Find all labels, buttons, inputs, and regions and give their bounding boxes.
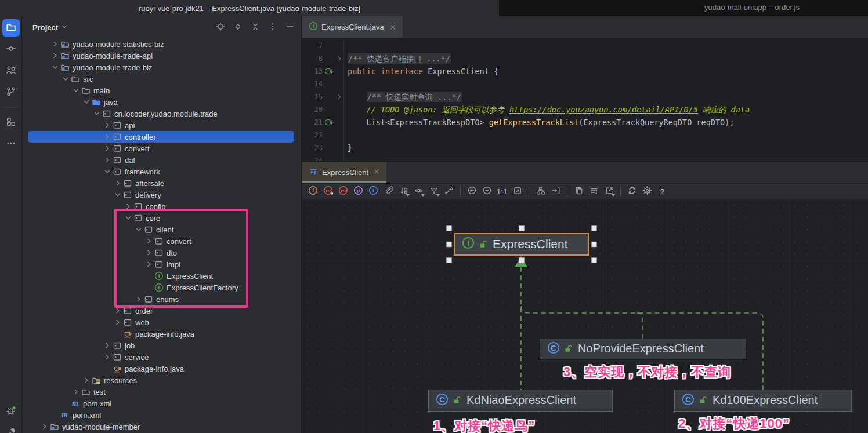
chevron-down-icon[interactable] <box>113 190 122 199</box>
activity-bar-project[interactable] <box>2 19 20 37</box>
activity-bar-problems[interactable] <box>2 402 20 420</box>
tree-item-test[interactable]: test <box>28 386 294 398</box>
tree-item-delivery[interactable]: delivery <box>28 189 294 201</box>
activity-bar-version-control[interactable] <box>2 83 20 101</box>
project-action-collapse-all[interactable] <box>249 21 262 34</box>
diagram-toolbar-filter[interactable] <box>426 184 441 198</box>
activity-bar-pull-requests[interactable]: ? <box>2 62 20 79</box>
chevron-right-icon[interactable] <box>50 39 60 49</box>
chevron-right-icon[interactable] <box>133 294 143 304</box>
activity-bar-build[interactable] <box>2 424 20 433</box>
tree-item-yudao-module-trade-biz[interactable]: yudao-module-trade-biz <box>28 61 294 73</box>
diagram-toolbar-zoom-in[interactable] <box>465 184 479 198</box>
code-line-23[interactable]: 23} <box>302 141 868 154</box>
tree-item-config[interactable]: config <box>28 201 294 212</box>
code-line-14[interactable]: 14 <box>302 78 868 90</box>
project-action-hide-panel[interactable] <box>284 21 296 34</box>
close-icon[interactable] <box>372 168 381 177</box>
diagram-canvas[interactable]: IExpressClientCNoProvideExpressClientCKd… <box>302 199 868 433</box>
chevron-right-icon[interactable] <box>39 422 49 431</box>
chevron-right-icon[interactable] <box>102 155 112 165</box>
chevron-right-icon[interactable] <box>144 260 154 269</box>
diagram-toolbar-show-dependencies[interactable] <box>381 184 396 198</box>
implementations-gutter-icon[interactable]: I <box>323 116 335 129</box>
diagram-toolbar-change-visibility-level[interactable] <box>411 184 426 198</box>
background-window-titlebar[interactable]: yudao-mall-uniapp – order.js <box>499 0 868 16</box>
chevron-right-icon[interactable] <box>102 121 112 130</box>
tree-item-expressclientfactory[interactable]: IExpressClientFactory <box>28 282 294 293</box>
tree-item-convert[interactable]: convert <box>28 143 294 154</box>
diagram-toolbar-show-methods[interactable]: m <box>336 184 350 198</box>
chevron-down-icon[interactable] <box>92 109 102 118</box>
project-action-locate[interactable] <box>214 21 227 34</box>
tree-item-dal[interactable]: dal <box>28 154 294 166</box>
main-window-titlebar[interactable]: ruoyi-vue-pro-jdk21 – ExpressClient.java… <box>0 0 499 16</box>
chevron-right-icon[interactable] <box>81 376 91 385</box>
tree-item-package-info-java[interactable]: package-info.java <box>28 363 294 374</box>
activity-bar-commit[interactable] <box>2 41 20 58</box>
code-line-8[interactable]: 8/** 快递客户端接口 ...*/ <box>302 52 868 65</box>
fold-arrow-icon[interactable] <box>335 90 344 103</box>
diagram-toolbar-show-fields[interactable]: f <box>306 184 320 198</box>
tree-item-enums[interactable]: enums <box>28 293 294 305</box>
chevron-down-icon[interactable] <box>81 97 91 107</box>
chevron-right-icon[interactable] <box>113 179 122 188</box>
implementations-gutter-icon[interactable]: I <box>323 65 335 78</box>
tree-item-core[interactable]: core <box>28 212 294 224</box>
tree-item-yudao-module-member[interactable]: yudao-module-member <box>28 421 294 432</box>
code-line-15[interactable]: 15 /** 快递实时查询 ...*/ <box>302 90 868 103</box>
diagram-toolbar-apply-layout[interactable] <box>533 184 548 198</box>
tree-item-pom-xml[interactable]: mpom.xml <box>28 409 294 421</box>
diagram-toolbar-export-diagram[interactable] <box>602 184 616 198</box>
diagram-toolbar-edit-labels[interactable] <box>587 184 601 198</box>
diagram-node-expressclient[interactable]: IExpressClient <box>454 233 589 256</box>
chevron-down-icon[interactable] <box>60 74 70 83</box>
chevron-right-icon[interactable] <box>102 132 112 141</box>
diagram-toolbar-zoom-out[interactable] <box>480 184 494 198</box>
tree-item-impl[interactable]: impl <box>28 259 294 270</box>
chevron-right-icon[interactable] <box>102 144 112 153</box>
close-icon[interactable] <box>389 23 397 31</box>
chevron-right-icon[interactable] <box>144 248 154 257</box>
tree-item-package-info-java[interactable]: package-info.java <box>28 328 294 340</box>
diagram-node-noprovideexpressclient[interactable]: CNoProvideExpressClient <box>540 339 746 359</box>
chevron-down-icon[interactable] <box>102 167 112 176</box>
code-line-22[interactable]: 22 <box>302 129 868 141</box>
tree-item-job[interactable]: job <box>28 340 294 351</box>
diagram-toolbar-sort-members[interactable] <box>396 184 411 198</box>
diagram-toolbar-help[interactable]: ? <box>655 184 670 198</box>
tree-item-yudao-module-statistics-biz[interactable]: yudao-module-statistics-biz <box>28 38 294 50</box>
tree-item-src[interactable]: src <box>28 73 294 85</box>
tree-item-api[interactable]: api <box>28 119 294 131</box>
chevron-down-icon[interactable] <box>123 213 133 223</box>
tree-item-java[interactable]: java <box>28 96 294 108</box>
code-line-24[interactable]: 24 <box>302 154 868 161</box>
diagram-toolbar-show-inherited-members[interactable]: m★ <box>321 184 335 198</box>
tree-item-aftersale[interactable]: aftersale <box>28 177 294 189</box>
chevron-right-icon[interactable] <box>113 318 122 327</box>
tree-item-framework[interactable]: framework <box>28 166 294 177</box>
diagram-node-kd100expressclient[interactable]: CKd100ExpressClient <box>674 390 852 412</box>
chevron-right-icon[interactable] <box>71 387 81 396</box>
tree-item-cn-iocoder-yudao-module-trade[interactable]: cn.iocoder.yudao.module.trade <box>28 108 294 119</box>
tree-item-client[interactable]: client <box>28 224 294 235</box>
tree-item-yudao-module-trade-api[interactable]: yudao-module-trade-api <box>28 50 294 61</box>
diagram-toolbar-actual-size[interactable]: 1:1 <box>495 184 509 198</box>
tree-item-main[interactable]: main <box>28 85 294 96</box>
code-line-13[interactable]: 13Ipublic interface ExpressClient { <box>302 65 868 78</box>
tab-diagram-expressclient[interactable]: ExpressClient <box>302 162 386 183</box>
chevron-right-icon[interactable] <box>123 202 133 211</box>
tree-item-dto[interactable]: dto <box>28 247 294 259</box>
chevron-right-icon[interactable] <box>144 236 154 246</box>
activity-bar-more-tools[interactable] <box>2 135 20 152</box>
project-view-selector[interactable]: Project <box>32 23 68 32</box>
tree-item-controller[interactable]: controller <box>28 131 294 143</box>
tree-item-convert[interactable]: convert <box>28 235 294 247</box>
diagram-toolbar-route-edges[interactable] <box>548 184 563 198</box>
code-line-21[interactable]: 21I List<ExpressTrackRespDTO> getExpress… <box>302 116 868 129</box>
tree-item-resources[interactable]: resources <box>28 374 294 386</box>
chevron-right-icon[interactable] <box>113 306 122 315</box>
diagram-toolbar-show-properties[interactable]: p <box>351 184 366 198</box>
diagram-node-kdniaoexpressclient[interactable]: CKdNiaoExpressClient <box>428 390 613 412</box>
activity-bar-structure[interactable] <box>2 114 20 131</box>
